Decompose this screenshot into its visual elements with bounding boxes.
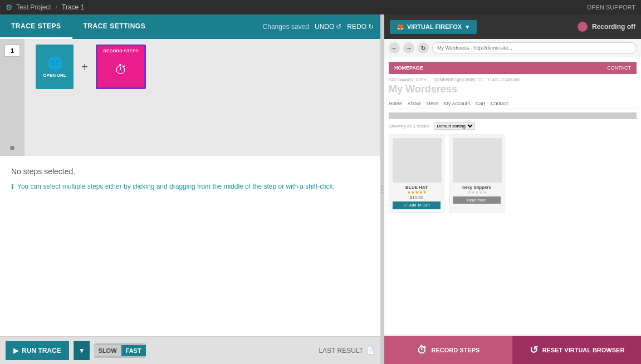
dropdown-icon: ▼ <box>464 24 470 30</box>
nav-contact[interactable]: Contact <box>491 101 508 106</box>
breadcrumb-separator: / <box>56 3 57 11</box>
webpage-nav: Home About Mens My Account Cart Contact <box>389 99 637 109</box>
back-button[interactable]: ← <box>389 42 400 53</box>
undo-button[interactable]: UNDO ↺ <box>315 23 341 31</box>
virtual-firefox-button[interactable]: 🦊 VIRTUAL FIREFOX ▼ <box>390 20 477 34</box>
redo-button[interactable]: REDO ↻ <box>347 23 374 31</box>
showing-results: Showing all 3 results <box>389 124 429 129</box>
add-step-button[interactable]: + <box>78 45 91 89</box>
browser-chrome-bar: ← → ↻ My Wordsress - http://demo-site... <box>384 39 641 57</box>
open-support-link[interactable]: OPEN SUPPORT <box>587 4 635 11</box>
steps-area: 1 🌐 OPEN URL + RECORD STEPS ⏱ <box>0 39 380 156</box>
speed-toggle: SLOW FAST <box>94 343 146 358</box>
project-name[interactable]: Test Project <box>16 3 51 11</box>
product-stars-hat: ★★★★★ <box>393 190 441 195</box>
run-trace-dropdown[interactable]: ▼ <box>74 341 90 360</box>
webpage-header: HOMEPAGE CONTACT <box>389 62 637 74</box>
browser-top-bar: 🦊 VIRTUAL FIREFOX ▼ Recording off <box>384 14 641 39</box>
last-result: LAST RESULT 📄 <box>319 347 375 355</box>
record-steps-icon: ⏱ <box>417 345 427 356</box>
record-steps-action-button[interactable]: ⏱ RECORD STEPS <box>384 336 513 364</box>
sort-select[interactable]: Default sorting <box>434 122 475 130</box>
nav-home[interactable]: Home <box>389 101 402 106</box>
globe-icon: 🌐 <box>47 56 62 71</box>
webpage-contact-info: FATHIMANOV, NEPH... QBMBBBBC@BCBBBQ.CC +… <box>389 76 637 83</box>
product-price-hat: $10.00 <box>393 195 441 200</box>
read-more-slippers[interactable]: Read more <box>453 196 501 204</box>
bottom-bar: ▶ RUN TRACE ▼ SLOW FAST LAST RESULT 📄 <box>0 336 380 364</box>
nav-account[interactable]: My Account <box>444 101 471 106</box>
recording-dot <box>578 22 588 32</box>
webpage-title: My Wordsress <box>389 83 637 95</box>
filter-bar <box>389 112 637 119</box>
help-text-row: ℹ You can select multiple steps either b… <box>11 183 369 191</box>
contact-address: FATHIMANOV, NEPH... <box>389 78 430 82</box>
step-number-column: 1 <box>0 39 25 156</box>
forward-button[interactable]: → <box>403 42 414 53</box>
undo-icon: ↺ <box>336 23 341 31</box>
record-steps-label: RECORD STEPS <box>97 48 144 53</box>
steps-content: 🌐 OPEN URL + RECORD STEPS ⏱ <box>36 45 375 145</box>
changes-saved: Changes saved <box>263 23 309 31</box>
firefox-icon: 🦊 <box>397 23 404 31</box>
product-stars-slippers: ★★★★★ <box>453 190 501 195</box>
chevron-down-icon: ▼ <box>79 347 85 355</box>
product-grid: BLUE HAT ★★★★★ $10.00 🛒 Add To Cart Grey… <box>389 134 637 213</box>
run-trace-button[interactable]: ▶ RUN TRACE <box>6 341 69 360</box>
play-icon: ▶ <box>13 347 18 355</box>
record-icon: ⏱ <box>115 63 127 77</box>
recording-status: Recording off <box>592 23 635 31</box>
product-image-slippers <box>453 138 502 183</box>
product-image-hat <box>393 138 442 183</box>
contact-email: QBMBBBBC@BCBBBQ.CC <box>434 78 483 82</box>
product-name-slippers: Grey Slippers <box>453 185 501 190</box>
left-panel: TRACE STEPS TRACE SETTINGS Changes saved… <box>0 14 380 364</box>
refresh-button[interactable]: ↻ <box>418 42 429 53</box>
open-url-step[interactable]: 🌐 OPEN URL <box>36 45 74 89</box>
browser-preview: ← → ↻ My Wordsress - http://demo-site...… <box>384 39 641 336</box>
product-card-hat: BLUE HAT ★★★★★ $10.00 🛒 Add To Cart <box>389 134 444 213</box>
step-dot <box>10 146 14 150</box>
redo-icon: ↻ <box>368 23 374 31</box>
webpage-content: HOMEPAGE CONTACT FATHIMANOV, NEPH... QBM… <box>384 57 641 335</box>
fast-option[interactable]: FAST <box>121 345 146 356</box>
top-bar: ⚙ Test Project / Trace 1 OPEN SUPPORT <box>0 0 641 14</box>
reset-icon: ↺ <box>530 344 538 356</box>
nav-about[interactable]: About <box>408 101 421 106</box>
no-steps-area: No steps selected. ℹ You can select mult… <box>0 156 380 336</box>
address-bar[interactable]: My Wordsress - http://demo-site... <box>432 42 637 53</box>
record-steps-step[interactable]: RECORD STEPS ⏱ <box>96 45 146 89</box>
reset-browser-button[interactable]: ↺ RESET VIRTUAL BROWSER <box>513 336 641 364</box>
sorting-bar: Showing all 3 results Default sorting <box>389 122 637 130</box>
help-text: You can select multiple steps either by … <box>17 183 335 190</box>
recording-indicator: Recording off <box>578 22 635 32</box>
browser-actions: ⏱ RECORD STEPS ↺ RESET VIRTUAL BROWSER <box>384 336 641 364</box>
slow-option[interactable]: SLOW <box>94 345 121 356</box>
file-icon: 📄 <box>366 347 375 355</box>
tab-trace-steps[interactable]: TRACE STEPS <box>0 14 72 39</box>
info-icon: ℹ <box>11 183 14 191</box>
plus-icon: + <box>81 61 88 73</box>
product-name-hat: BLUE HAT <box>393 185 441 190</box>
add-to-cart-hat[interactable]: 🛒 Add To Cart <box>393 201 441 209</box>
tab-bar: TRACE STEPS TRACE SETTINGS Changes saved… <box>0 14 380 39</box>
step-number-badge: 1 <box>4 45 20 57</box>
tab-trace-settings[interactable]: TRACE SETTINGS <box>72 14 157 39</box>
contact-phone: +1475-123456.800 <box>488 78 521 82</box>
product-card-slippers: Grey Slippers ★★★★★ Read more <box>449 134 505 213</box>
right-panel: 🦊 VIRTUAL FIREFOX ▼ Recording off ← → ↻ … <box>384 14 641 364</box>
no-steps-message: No steps selected. <box>11 167 369 176</box>
nav-cart[interactable]: Cart <box>476 101 485 106</box>
gear-icon: ⚙ <box>6 3 13 12</box>
nav-mens[interactable]: Mens <box>427 101 439 106</box>
main-layout: TRACE STEPS TRACE SETTINGS Changes saved… <box>0 14 641 364</box>
header-contact: CONTACT <box>607 65 631 71</box>
header-homepage: HOMEPAGE <box>394 65 423 71</box>
tab-actions: Changes saved UNDO ↺ REDO ↻ <box>263 14 380 39</box>
trace-name: Trace 1 <box>62 3 84 11</box>
open-url-label: OPEN URL <box>43 73 66 78</box>
